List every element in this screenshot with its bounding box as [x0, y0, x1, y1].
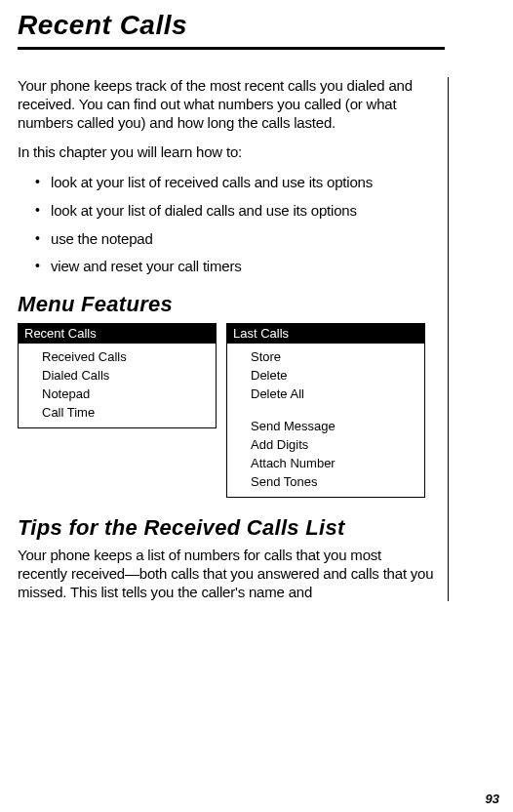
menu-item: Call Time [42, 403, 216, 422]
section-heading-menu-features: Menu Features [18, 292, 434, 317]
bullet-item: view and reset your call timers [35, 258, 434, 276]
menu-boxes-row: Recent Calls Received Calls Dialed Calls… [18, 323, 434, 498]
bullet-item: look at your list of received calls and … [35, 174, 434, 192]
menu-item: Add Digits [251, 435, 424, 454]
menu-header: Last Calls [227, 324, 424, 344]
chapter-bullet-list: look at your list of received calls and … [35, 174, 434, 276]
menu-header: Recent Calls [19, 324, 216, 344]
page-title: Recent Calls [18, 10, 445, 41]
content-column: Your phone keeps track of the most recen… [18, 77, 449, 601]
menu-item: Send Tones [251, 472, 424, 491]
menu-gap [251, 403, 424, 417]
menu-items: Store Delete Delete All Send Message Add… [227, 344, 424, 497]
bullet-item: look at your list of dialed calls and us… [35, 202, 434, 221]
menu-item: Notepad [42, 385, 216, 403]
menu-box-last-calls: Last Calls Store Delete Delete All Send … [226, 323, 425, 498]
tips-paragraph: Your phone keeps a list of numbers for c… [18, 547, 434, 601]
lead-in-text: In this chapter you will learn how to: [18, 143, 434, 162]
menu-item: Attach Number [251, 454, 424, 472]
menu-item: Send Message [251, 417, 424, 435]
bullet-item: use the notepad [35, 230, 434, 249]
menu-item: Store [251, 347, 424, 366]
menu-item: Delete [251, 366, 424, 385]
menu-item: Dialed Calls [42, 366, 216, 385]
menu-box-recent-calls: Recent Calls Received Calls Dialed Calls… [18, 323, 217, 428]
intro-paragraph: Your phone keeps track of the most recen… [18, 77, 434, 132]
title-rule [18, 47, 445, 50]
menu-item: Received Calls [42, 347, 216, 366]
section-heading-tips: Tips for the Received Calls List [18, 515, 434, 541]
page-number: 93 [486, 792, 499, 806]
menu-item: Delete All [251, 385, 424, 403]
menu-items: Received Calls Dialed Calls Notepad Call… [19, 344, 216, 427]
